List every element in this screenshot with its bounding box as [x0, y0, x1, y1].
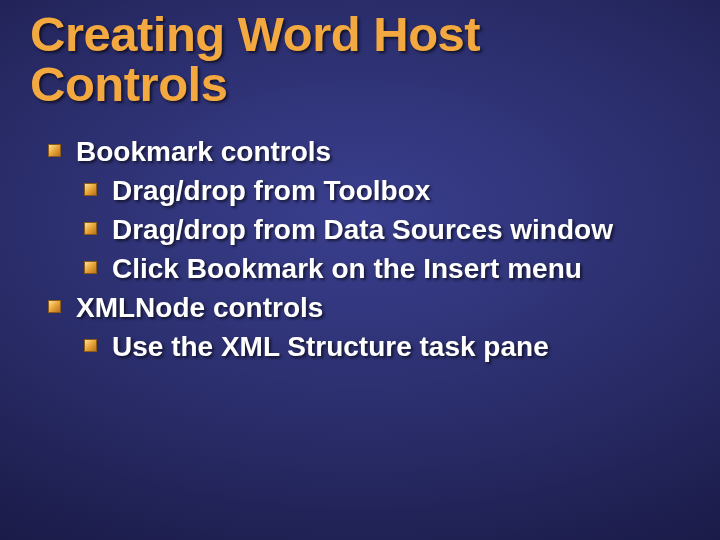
slide-content: Bookmark controls Drag/drop from Toolbox… [30, 134, 690, 364]
list-item: Click Bookmark on the Insert menu [84, 251, 690, 286]
list-item: Drag/drop from Data Sources window [84, 212, 690, 247]
bullet-icon [84, 183, 97, 196]
list-item-text: Drag/drop from Toolbox [112, 175, 430, 206]
list-item-text: Bookmark controls [76, 136, 331, 167]
slide-title: Creating Word Host Controls [30, 10, 690, 110]
bullet-icon [48, 300, 61, 313]
list-item-text: Use the XML Structure task pane [112, 331, 549, 362]
list-item: Bookmark controls [48, 134, 690, 169]
bullet-icon [48, 144, 61, 157]
bullet-icon [84, 339, 97, 352]
bullet-icon [84, 222, 97, 235]
list-item-text: XMLNode controls [76, 292, 323, 323]
list-item-text: Click Bookmark on the Insert menu [112, 253, 582, 284]
slide: Creating Word Host Controls Bookmark con… [0, 0, 720, 540]
list-item-text: Drag/drop from Data Sources window [112, 214, 613, 245]
bullet-icon [84, 261, 97, 274]
list-item: XMLNode controls [48, 290, 690, 325]
list-item: Use the XML Structure task pane [84, 329, 690, 364]
list-item: Drag/drop from Toolbox [84, 173, 690, 208]
